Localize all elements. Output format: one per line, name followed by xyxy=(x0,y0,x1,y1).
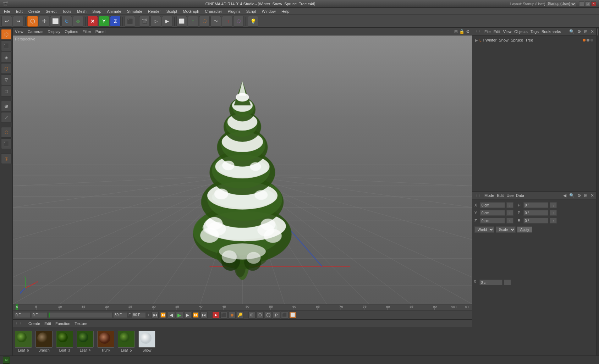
close-button[interactable]: ✕ xyxy=(591,1,596,6)
motion-btn5[interactable]: ⬛ xyxy=(281,311,288,319)
mat-menu-function[interactable]: Function xyxy=(55,321,70,326)
stop-button[interactable]: ⬛ xyxy=(220,311,227,319)
left-uv-btn[interactable]: ▽ xyxy=(1,75,12,85)
undo-button[interactable]: ↩ xyxy=(1,16,12,27)
maximize-button[interactable]: □ xyxy=(585,1,590,6)
coord-x-stepper[interactable]: ↕ xyxy=(506,202,513,208)
vp-settings-icon[interactable]: ⚙ xyxy=(466,29,470,34)
vp-menu-panel[interactable]: Panel xyxy=(95,29,105,34)
rp-menu-tags[interactable]: Tags xyxy=(531,29,539,34)
menu-edit[interactable]: Edit xyxy=(13,9,25,14)
menu-create[interactable]: Create xyxy=(26,9,43,14)
minimize-button[interactable]: _ xyxy=(579,1,584,6)
motion-btn4[interactable]: P xyxy=(273,311,280,319)
left-knife-btn[interactable]: ⬡ xyxy=(1,127,12,138)
current-frame-input2[interactable] xyxy=(31,312,47,318)
record-button[interactable]: ● xyxy=(212,311,219,319)
move-button[interactable]: ✛ xyxy=(39,16,49,27)
transform-button[interactable]: ✥ xyxy=(73,16,83,27)
left-move-btn[interactable]: ⊕ xyxy=(1,101,12,111)
key-button[interactable]: 🔑 xyxy=(237,311,244,319)
select-button[interactable]: ⬡ xyxy=(27,16,38,27)
redo-button[interactable]: ↪ xyxy=(13,16,23,27)
play-button[interactable]: ▶ xyxy=(176,311,183,319)
apply-button[interactable]: Apply xyxy=(517,226,532,233)
left-point-btn[interactable]: ⬡ xyxy=(1,63,12,74)
y-axis-button[interactable]: Y xyxy=(99,16,109,27)
attrib-expand-icon[interactable]: ⊞ xyxy=(584,193,588,198)
rp-menu-edit[interactable]: Edit xyxy=(494,29,500,34)
rp-close-icon[interactable]: ✕ xyxy=(590,29,594,34)
menu-plugins[interactable]: Plugins xyxy=(225,9,243,14)
left-texture-btn[interactable]: ◎ xyxy=(1,153,12,164)
coord-h-input[interactable] xyxy=(523,202,548,208)
left-spline-btn[interactable]: ◻ xyxy=(1,86,12,96)
material-leaf3[interactable]: Leaf_3 xyxy=(56,331,73,352)
frame-button[interactable]: ⬛ xyxy=(125,16,135,27)
rp-search-icon[interactable]: 🔍 xyxy=(569,29,575,34)
attrib-close-icon[interactable]: ✕ xyxy=(590,193,594,198)
coord-b-input[interactable] xyxy=(523,218,548,224)
next-frame-button[interactable]: ⏩ xyxy=(192,311,199,319)
next-button[interactable]: ▶ xyxy=(184,311,191,319)
coord-x-input[interactable] xyxy=(480,202,505,208)
motion-btn3[interactable]: ◯ xyxy=(265,311,272,319)
render-view-button[interactable]: ▷ xyxy=(150,16,161,27)
material-branch[interactable]: Branch xyxy=(35,331,53,352)
auto-record-button[interactable]: ⏺ xyxy=(229,311,236,319)
attrib-sx-stepper[interactable] xyxy=(504,280,511,285)
x-axis-button[interactable]: ✕ xyxy=(87,16,98,27)
rp-menu-objects[interactable]: Objects xyxy=(514,29,527,34)
layout-select[interactable]: Startup (User) xyxy=(546,1,576,7)
menu-window[interactable]: Window xyxy=(259,9,278,14)
scrollbar-thumb[interactable] xyxy=(597,28,598,35)
scale-dropdown[interactable]: Scale Size xyxy=(496,226,516,233)
menu-character[interactable]: Character xyxy=(202,9,224,14)
goto-start-button[interactable]: ⏮ xyxy=(152,311,159,319)
attrib-menu-mode[interactable]: Mode xyxy=(484,193,494,198)
object-button[interactable]: ⬡ xyxy=(199,16,210,27)
attrib-size-x-input[interactable] xyxy=(479,280,502,285)
vp-maximize-icon[interactable]: ⊞ xyxy=(454,29,458,34)
rp-menu-view[interactable]: View xyxy=(503,29,512,34)
z-axis-button[interactable]: Z xyxy=(110,16,121,27)
render-full-button[interactable]: ▶ xyxy=(162,16,172,27)
material-leaf4[interactable]: Leaf_4 xyxy=(77,331,94,352)
coord-b-stepper[interactable]: ↕ xyxy=(550,218,557,224)
light-button[interactable]: 💡 xyxy=(248,16,258,27)
mat-menu-create[interactable]: Create xyxy=(28,321,40,326)
menu-script[interactable]: Script xyxy=(244,9,259,14)
coord-z-stepper[interactable]: ↕ xyxy=(506,218,513,224)
menu-file[interactable]: File xyxy=(1,9,13,14)
right-scrollbar[interactable] xyxy=(596,28,599,355)
menu-snap[interactable]: Snap xyxy=(90,9,104,14)
fps-input[interactable] xyxy=(113,312,127,318)
goto-end-button[interactable]: ⏭ xyxy=(200,311,208,319)
timeline-scrubbar[interactable] xyxy=(48,312,112,318)
viewport[interactable]: Perspective X Y Z xyxy=(13,35,472,304)
vp-menu-display[interactable]: Display xyxy=(48,29,60,34)
tree-item-spruce[interactable]: ▶ L I Winter_Snow_Spruce_Tree xyxy=(474,37,595,43)
menu-mograph[interactable]: MoGraph xyxy=(180,9,202,14)
menu-simulate[interactable]: Simulate xyxy=(125,9,145,14)
coord-h-stepper[interactable]: ↕ xyxy=(550,202,557,208)
vp-menu-cameras[interactable]: Cameras xyxy=(28,29,44,34)
prev-frame-button[interactable]: ⏪ xyxy=(160,311,167,319)
attrib-settings-icon[interactable]: ⚙ xyxy=(577,193,581,198)
prev-button[interactable]: ◀ xyxy=(168,311,175,319)
mat-menu-edit[interactable]: Edit xyxy=(44,321,51,326)
material-leaf6[interactable]: Leaf_6 xyxy=(15,331,32,352)
coord-z-input[interactable] xyxy=(480,218,505,224)
motion-btn6[interactable]: ⬜ xyxy=(289,311,296,319)
nurbs-button[interactable]: ◻ xyxy=(222,16,232,27)
sphere-button[interactable]: ○ xyxy=(188,16,198,27)
motion-btn2[interactable]: ⬡ xyxy=(257,311,264,319)
attrib-menu-edit[interactable]: Edit xyxy=(497,193,504,198)
menu-sculpt[interactable]: Sculpt xyxy=(164,9,180,14)
motion-btn1[interactable]: ⊞ xyxy=(248,311,255,319)
left-edge-btn[interactable]: ◈ xyxy=(1,52,12,62)
menu-tools[interactable]: Tools xyxy=(60,9,74,14)
vp-menu-view[interactable]: View xyxy=(15,29,23,34)
left-poly-btn[interactable]: ⬛ xyxy=(1,40,12,51)
rp-menu-bookmarks[interactable]: Bookmarks xyxy=(542,29,561,34)
